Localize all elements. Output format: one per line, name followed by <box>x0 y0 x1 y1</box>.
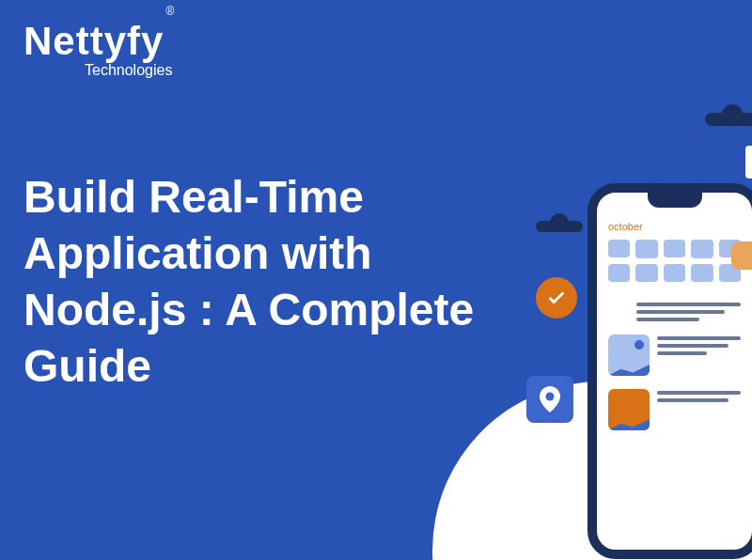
calendar-cell <box>635 264 657 283</box>
list-item <box>608 301 741 325</box>
page-headline: Build Real-Time Application with Node.js… <box>24 169 512 395</box>
location-pin-icon <box>539 386 561 412</box>
sun-icon <box>634 340 644 350</box>
text-line <box>657 344 728 348</box>
text-line <box>636 318 699 321</box>
list-bullet <box>608 301 631 323</box>
card-text-lines <box>657 389 741 430</box>
location-pin-card <box>526 376 573 423</box>
logo-brand-name: Nettyfy <box>24 19 164 64</box>
phone-mockup: october <box>588 183 752 559</box>
logo-subtitle: Technologies <box>85 62 174 79</box>
list-text-lines <box>636 301 741 325</box>
calendar-cell <box>608 264 630 282</box>
calendar-grid <box>608 240 741 282</box>
decorative-bar <box>745 146 752 179</box>
registered-trademark: ® <box>165 5 174 18</box>
calendar-cell <box>691 240 713 258</box>
calendar-cell <box>664 240 685 257</box>
phone-notch <box>648 193 702 208</box>
cloud-decoration-2 <box>705 113 752 126</box>
content-card <box>608 334 741 376</box>
checkmark-badge <box>536 277 577 319</box>
cloud-decoration-1 <box>536 221 583 232</box>
finger-tap-icon <box>731 241 752 270</box>
calendar-cell <box>608 240 630 257</box>
text-line <box>636 303 741 306</box>
calendar-cell <box>664 264 685 282</box>
card-thumbnail <box>608 389 650 430</box>
text-line <box>657 351 707 355</box>
calendar-cell-selected <box>719 240 741 257</box>
text-line <box>657 398 728 402</box>
card-thumbnail <box>608 334 650 376</box>
phone-screen-content: october <box>597 193 752 455</box>
calendar-month-label: october <box>608 221 741 232</box>
calendar-cell <box>635 240 657 258</box>
svg-point-0 <box>546 393 555 401</box>
check-icon <box>546 288 567 308</box>
text-line <box>636 310 725 314</box>
text-line <box>657 336 741 340</box>
content-card <box>608 389 741 430</box>
text-line <box>657 391 741 395</box>
card-text-lines <box>657 334 741 376</box>
brand-logo: Nettyfy ® Technologies <box>24 19 174 79</box>
calendar-cell <box>691 264 713 283</box>
